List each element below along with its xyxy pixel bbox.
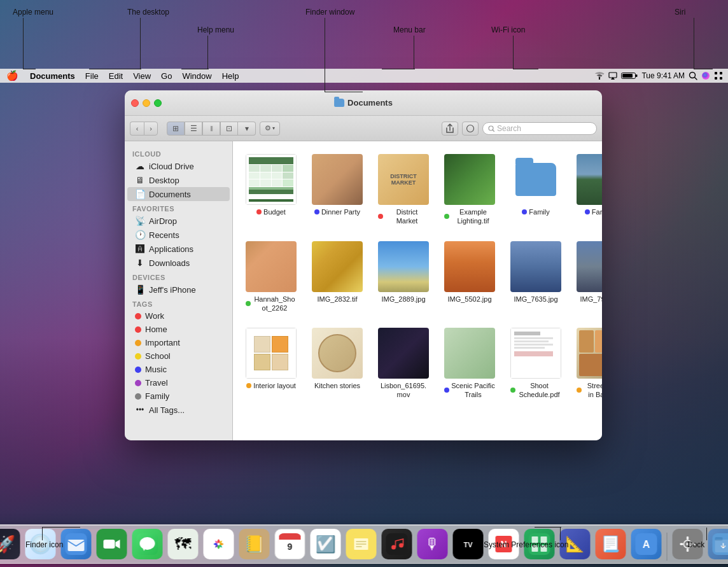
go-menu-item[interactable]: Go (156, 69, 177, 83)
view-icon-button[interactable]: ⊞ (167, 122, 185, 136)
file-interior[interactable]: Interior layout (243, 325, 299, 402)
file-dinner-party[interactable]: Dinner Party (309, 151, 365, 228)
desktop-icon: 🖥 (135, 175, 145, 185)
finder-menu-item[interactable]: Documents (25, 69, 80, 83)
share-button[interactable] (442, 122, 458, 136)
edit-menu-item[interactable]: Edit (104, 69, 128, 83)
sidebar-item-recents[interactable]: 🕐 Recents (127, 228, 230, 242)
dock-mail[interactable] (60, 528, 93, 561)
file-img7932[interactable]: IMG_7932.jpg (574, 239, 602, 316)
view-list-button[interactable]: ☰ (185, 122, 202, 136)
share-icon (445, 123, 454, 134)
spotlight-icon[interactable] (689, 71, 697, 80)
svg-line-6 (695, 78, 697, 80)
file-img5502[interactable]: IMG_5502.jpg (442, 239, 498, 316)
hannah-thumb (246, 241, 297, 292)
file-budget[interactable]: Budget (243, 151, 299, 228)
folder-icon (334, 99, 344, 107)
dock-podcasts[interactable]: 🎙 (416, 528, 449, 561)
favorites-header: Favorites (125, 201, 232, 214)
dock-facetime[interactable] (95, 528, 129, 561)
action-button[interactable]: ⚙▾ (260, 122, 280, 136)
sidebar-tag-important[interactable]: Important (127, 336, 230, 349)
svg-point-35 (140, 537, 155, 550)
apple-menu-button[interactable]: 🍎 (0, 69, 25, 83)
file-family[interactable]: Family (508, 151, 564, 228)
file-menu-item[interactable]: File (80, 69, 104, 83)
battery-icon[interactable] (621, 72, 638, 80)
dock-messages[interactable] (131, 528, 164, 561)
sidebar-item-airdrop[interactable]: 📡 AirDrop (127, 214, 230, 228)
file-hannah[interactable]: Hannah_Shoot_2262 (243, 239, 299, 316)
dock-maps[interactable]: 🗺 (167, 528, 200, 561)
minimize-button[interactable] (143, 99, 150, 107)
window-menu-item[interactable]: Window (177, 69, 216, 83)
file-farm[interactable]: Farm.jpg (574, 151, 602, 228)
dock-calendar[interactable]: 9 (274, 528, 307, 561)
view-gallery-button[interactable]: ⊡ (220, 122, 238, 136)
view-menu-item[interactable]: View (128, 69, 156, 83)
dock-music[interactable] (381, 528, 414, 561)
dock-appletv[interactable]: TV (452, 528, 485, 561)
file-scenic[interactable]: Scenic Pacific Trails (442, 325, 498, 402)
dock-contacts[interactable]: 📒 (238, 528, 271, 561)
annotation-finder-window: Finder window (305, 8, 354, 17)
forward-button[interactable]: › (144, 122, 158, 136)
dock-appstore[interactable]: A (630, 528, 663, 561)
sidebar-tag-work[interactable]: Work (127, 309, 230, 323)
view-chevron-button[interactable]: ▾ (238, 122, 256, 136)
close-button[interactable] (131, 99, 139, 107)
siri-svg (701, 71, 710, 80)
siri-icon[interactable] (701, 71, 710, 80)
airplay-icon[interactable] (608, 72, 617, 80)
sidebar-item-desktop[interactable]: 🖥 Desktop (127, 173, 230, 187)
maximize-button[interactable] (154, 99, 162, 107)
help-menu-item[interactable]: Help (217, 69, 244, 83)
sidebar-item-applications[interactable]: 🅰 Applications (127, 242, 230, 256)
dock-photos[interactable] (202, 528, 235, 561)
img2832-thumb (312, 241, 363, 292)
back-button[interactable]: ‹ (130, 122, 144, 136)
schedule-name: Shoot Schedule.pdf (510, 381, 561, 400)
control-center-icon[interactable] (714, 71, 723, 80)
family-name: Family (522, 207, 549, 216)
sidebar-tag-school[interactable]: School (127, 349, 230, 363)
sidebar-item-documents[interactable]: 📄 Documents (127, 187, 230, 201)
sidebar-item-downloads[interactable]: ⬇ Downloads (127, 256, 230, 270)
dock-launchpad[interactable]: 🚀 (0, 528, 22, 561)
sidebar-item-icloud-drive[interactable]: ☁ iCloud Drive (127, 159, 230, 173)
sidebar-tag-music[interactable]: Music (127, 363, 230, 376)
file-img7635[interactable]: IMG_7635.jpg (508, 239, 564, 316)
interior-name: Interior layout (246, 381, 296, 390)
menu-clock[interactable]: Tue 9:41 AM (641, 71, 685, 80)
file-district-market[interactable]: DISTRICTMARKET District Market (375, 151, 431, 228)
dock-notes[interactable] (345, 528, 378, 561)
budget-thumb (246, 154, 297, 205)
sidebar-item-iphone[interactable]: 📱 Jeff's iPhone (127, 283, 230, 297)
file-schedule[interactable]: Shoot Schedule.pdf (508, 325, 564, 402)
file-kitchen[interactable]: Kitchen stories (309, 325, 365, 402)
district-market-thumb: DISTRICTMARKET (378, 154, 429, 205)
calendar-icon: 9 (279, 533, 301, 555)
dock-pages[interactable]: 📃 (594, 528, 627, 561)
dock-downloads[interactable] (707, 528, 729, 561)
tag-button[interactable] (462, 122, 479, 136)
file-img2832[interactable]: IMG_2832.tif (309, 239, 365, 316)
file-lisbon[interactable]: Lisbon_61695.mov (375, 325, 431, 402)
annotation-apple-menu: Apple menu (13, 8, 53, 17)
search-bar[interactable]: Search (482, 122, 597, 135)
hannah-name: Hannah_Shoot_2262 (246, 295, 297, 313)
sidebar-tag-home[interactable]: Home (127, 323, 230, 336)
view-column-button[interactable]: ⦀ (202, 122, 220, 136)
sidebar-tag-family[interactable]: Family (127, 389, 230, 403)
iphone-icon: 📱 (135, 284, 145, 295)
sidebar-tag-travel[interactable]: Travel (127, 376, 230, 389)
sidebar-tag-all[interactable]: ••• All Tags... (127, 403, 230, 417)
recents-icon: 🕐 (135, 230, 145, 240)
wifi-status-icon[interactable] (594, 72, 605, 80)
dock-reminders[interactable]: ☑️ (309, 528, 342, 561)
file-example-lighting[interactable]: Example Lighting.tif (442, 151, 498, 228)
svg-text:A: A (643, 539, 650, 550)
file-img2889[interactable]: IMG_2889.jpg (375, 239, 431, 316)
file-street-food[interactable]: Street Food in Bangkok (574, 325, 602, 402)
